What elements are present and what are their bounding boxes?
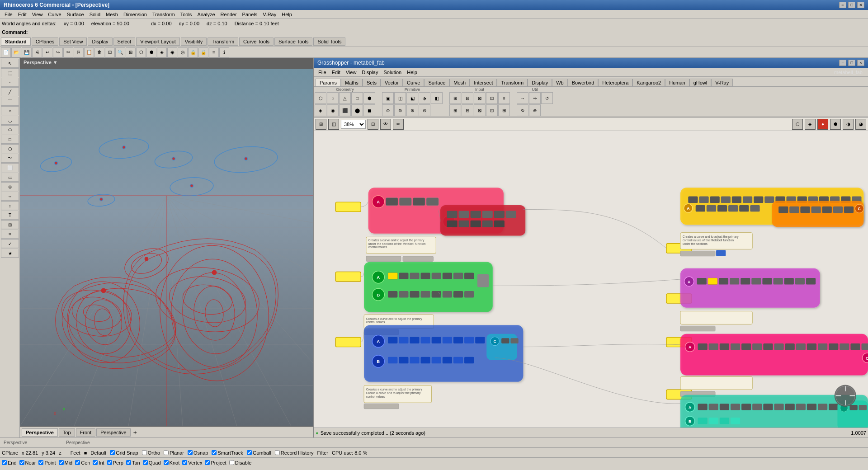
extrude-tool[interactable]: ▭: [1, 173, 19, 182]
wire-icon[interactable]: ⬡: [136, 47, 146, 57]
gh-canvas[interactable]: A B: [314, 131, 868, 428]
near-checkbox[interactable]: [19, 460, 24, 465]
gh-prim-icon2[interactable]: ◫: [394, 92, 406, 104]
freeform-tool[interactable]: 〜: [1, 154, 19, 163]
int-checkbox[interactable]: [93, 460, 98, 465]
gh-geo-icon3[interactable]: △: [339, 92, 351, 104]
point-check[interactable]: Point: [38, 460, 56, 465]
gh-menu-help[interactable]: Help: [404, 69, 420, 76]
gh-util-icon1[interactable]: →: [517, 92, 528, 104]
knot-check[interactable]: Knot: [164, 460, 180, 465]
gh-prim-icon3[interactable]: ⬕: [406, 92, 418, 104]
gumball-check[interactable]: Gumball: [247, 450, 271, 456]
gh-menu-display[interactable]: Display: [359, 69, 381, 76]
undo-icon[interactable]: ↩: [42, 47, 52, 57]
gh-util-icon2[interactable]: ⇒: [529, 92, 541, 104]
polygon-tool[interactable]: ⬡: [1, 144, 19, 153]
menu-solid[interactable]: Solid: [87, 11, 103, 18]
gh-maximize-button[interactable]: □: [848, 60, 855, 66]
gh-input-icon3[interactable]: ⊠: [474, 92, 486, 104]
tab-set-view[interactable]: Set View: [59, 38, 87, 46]
menu-mesh[interactable]: Mesh: [103, 11, 121, 18]
gh-tab-kangaroo2[interactable]: Kangaroo2: [632, 79, 665, 86]
gh-tab-display[interactable]: Display: [528, 79, 552, 86]
gh-util-icon5[interactable]: ⊕: [529, 104, 541, 116]
int-check[interactable]: Int: [93, 460, 104, 465]
gh-geo-icon10[interactable]: ◼: [363, 104, 375, 116]
gh-right-icon3[interactable]: ●: [817, 119, 828, 130]
gh-tab-human[interactable]: Human: [665, 79, 689, 86]
close-button[interactable]: ×: [857, 2, 864, 8]
gh-right-icon6[interactable]: ◕: [855, 119, 866, 130]
cut-icon[interactable]: ✂: [63, 47, 73, 57]
gh-tab-surface[interactable]: Surface: [424, 79, 449, 86]
vertex-checkbox[interactable]: [182, 460, 187, 465]
gh-eye-icon[interactable]: 👁: [380, 119, 391, 130]
arc-tool[interactable]: ◡: [1, 116, 19, 125]
quad-check[interactable]: Quad: [143, 460, 161, 465]
gh-zoom-select[interactable]: 38% 50% 75% 100%: [341, 120, 366, 129]
gh-view-icon[interactable]: ◫: [328, 119, 339, 130]
rendered-icon[interactable]: ◈: [157, 47, 167, 57]
minimize-button[interactable]: −: [839, 2, 846, 8]
gh-input-icon2[interactable]: ⊟: [462, 92, 473, 104]
gumball-checkbox[interactable]: [247, 450, 252, 455]
menu-surface[interactable]: Surface: [64, 11, 87, 18]
menu-tools[interactable]: Tools: [178, 11, 195, 18]
render-tool[interactable]: ★: [1, 249, 19, 258]
gh-input-icon9[interactable]: ⊡: [486, 104, 498, 116]
gh-input-icon8[interactable]: ⊠: [474, 104, 486, 116]
gh-minimize-button[interactable]: −: [839, 60, 846, 66]
tab-visibility[interactable]: Visibility: [181, 38, 207, 46]
gh-geo-icon2[interactable]: ○: [327, 92, 339, 104]
vertex-check[interactable]: Vertex: [182, 460, 202, 465]
gh-tab-wb[interactable]: Wb: [552, 79, 568, 86]
osnap-checkbox[interactable]: [188, 450, 193, 455]
cen-checkbox[interactable]: [75, 460, 80, 465]
gh-input-icon6[interactable]: ⊞: [449, 104, 461, 116]
menu-view[interactable]: View: [29, 11, 46, 18]
gh-tab-maths[interactable]: Maths: [341, 79, 363, 86]
hatch-tool[interactable]: ⊞: [1, 220, 19, 229]
menu-dimension[interactable]: Dimension: [121, 11, 150, 18]
gh-menu-solution[interactable]: Solution: [381, 69, 404, 76]
print-icon[interactable]: 🖨: [32, 47, 42, 57]
x-ray-icon[interactable]: ◎: [178, 47, 188, 57]
gh-prim-icon1[interactable]: ▣: [382, 92, 394, 104]
tab-front[interactable]: Front: [76, 428, 96, 437]
gh-prim-icon4[interactable]: ⬗: [419, 92, 430, 104]
tab-select[interactable]: Select: [113, 38, 136, 46]
maximize-button[interactable]: □: [848, 2, 855, 8]
polyline-tool[interactable]: ⌒: [1, 97, 19, 106]
gh-prim-icon5[interactable]: ◧: [431, 92, 443, 104]
osnap-check[interactable]: Osnap: [188, 450, 208, 456]
menu-panels[interactable]: Panels: [240, 11, 260, 18]
layer-icon[interactable]: ≡: [209, 47, 219, 57]
zoom-in-icon[interactable]: 🔍: [115, 47, 125, 57]
lock-icon[interactable]: 🔒: [188, 47, 198, 57]
quad-checkbox[interactable]: [143, 460, 148, 465]
gh-prim-icon6[interactable]: ⊙: [382, 104, 394, 116]
select-tool[interactable]: ⬚: [1, 68, 19, 77]
properties-icon[interactable]: ℹ: [219, 47, 229, 57]
viewport-canvas[interactable]: x y: [20, 58, 313, 437]
project-checkbox[interactable]: [205, 460, 210, 465]
tab-top[interactable]: Top: [59, 428, 75, 437]
end-check[interactable]: End: [2, 460, 17, 465]
grid-snap-checkbox[interactable]: [110, 450, 115, 455]
mesh-tool[interactable]: ⌗: [1, 230, 19, 239]
gh-input-icon5[interactable]: ≡: [498, 92, 510, 104]
add-viewport-button[interactable]: +: [133, 429, 137, 436]
tab-surface-tools[interactable]: Surface Tools: [274, 38, 312, 46]
tab-perspective2[interactable]: Perspective: [96, 428, 130, 437]
gh-tab-vray[interactable]: V-Ray: [711, 79, 733, 86]
gh-tab-ghowl[interactable]: gHowl: [689, 79, 712, 86]
gh-geo-icon7[interactable]: ◉: [327, 104, 339, 116]
record-history-check[interactable]: Record History: [275, 450, 314, 456]
end-checkbox[interactable]: [2, 460, 7, 465]
mid-check[interactable]: Mid: [59, 460, 73, 465]
transform-tool[interactable]: ↔: [1, 192, 19, 201]
knot-checkbox[interactable]: [164, 460, 169, 465]
gh-right-icon1[interactable]: ⬡: [792, 119, 803, 130]
gh-menu-file[interactable]: File: [316, 69, 329, 76]
